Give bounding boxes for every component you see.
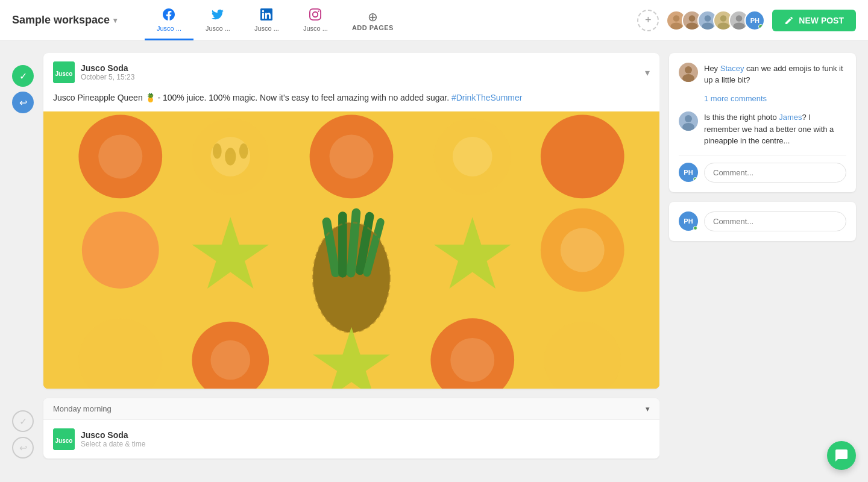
svg-point-26	[213, 143, 222, 159]
comment-bubble-2: Is this the right photo James? I remembe…	[704, 111, 846, 146]
svg-point-33	[82, 211, 159, 289]
new-post-button[interactable]: NEW POST	[772, 10, 856, 31]
svg-point-31	[453, 137, 492, 177]
tab-instagram-label: Jusco ...	[303, 25, 328, 32]
post-page-name-1: Jusco Soda	[81, 63, 134, 73]
svg-point-32	[541, 115, 624, 199]
more-comments-link[interactable]: 1 more comments	[679, 94, 846, 103]
svg-point-1	[671, 22, 682, 30]
comment-item-2: Is this the right photo James? I remembe…	[679, 111, 846, 146]
pending-button[interactable]: ✓	[12, 410, 34, 432]
post-actions-2: ✓ ↩	[12, 398, 39, 459]
post-card-1: Jusco Jusco Soda October 5, 15:23 ▾ Jusc…	[43, 53, 659, 389]
comments-card-1: Hey Stacey can we add emojis to funk it …	[669, 53, 856, 192]
post-meta-2: Jusco Soda Select a date & time	[81, 430, 145, 448]
svg-point-63	[682, 74, 694, 82]
post-status-label: Monday morning	[53, 404, 112, 413]
post-text-1: Jusco Pineapple Queen 🍍 - 100% juice. 10…	[43, 92, 659, 111]
add-pages-label: ADD PAGES	[352, 24, 394, 31]
add-member-button[interactable]: +	[637, 10, 659, 31]
svg-point-6	[720, 15, 727, 22]
post-menu-icon-1[interactable]: ▾	[645, 67, 650, 78]
tab-linkedin[interactable]: Jusco ...	[242, 0, 291, 40]
facebook-icon	[163, 8, 175, 23]
svg-point-50	[450, 338, 494, 382]
svg-text:Jusco: Jusco	[55, 70, 73, 77]
fruit-svg	[43, 111, 659, 389]
online-indicator	[758, 24, 763, 29]
svg-point-5	[702, 22, 714, 30]
post-meta-1: Jusco Soda October 5, 15:23	[81, 63, 134, 81]
workspace-selector[interactable]: Sample workspace ▾	[12, 14, 145, 27]
post-row-1: ✓ ↩ Jusco Jusco Soda October 5, 15:23	[12, 53, 659, 389]
twitter-icon	[212, 8, 224, 23]
comment-input-row-1: PH	[679, 155, 846, 183]
header: Sample workspace ▾ Jusco ... Jusco ... J…	[0, 0, 868, 41]
comments-column: Hey Stacey can we add emojis to funk it …	[669, 53, 856, 470]
comments-card-2: PH	[669, 202, 856, 241]
svg-point-29	[330, 134, 374, 178]
svg-point-62	[685, 66, 692, 74]
comment-input-1[interactable]	[704, 163, 846, 183]
tabs-area: Jusco ... Jusco ... Jusco ... Jusco ... …	[145, 0, 637, 40]
svg-point-8	[736, 15, 743, 22]
chat-icon	[834, 448, 849, 463]
svg-point-3	[687, 22, 698, 30]
post-card-2-header: Jusco Jusco Soda Select a date & time	[43, 420, 659, 459]
mention-stacey: Stacey	[720, 64, 744, 73]
comment-avatar-1	[679, 63, 698, 82]
post-header-left-2: Jusco Jusco Soda Select a date & time	[53, 428, 145, 450]
comment-avatar-online-dot	[693, 177, 697, 181]
mention-james: James	[779, 113, 802, 122]
svg-point-22	[98, 134, 142, 178]
svg-point-7	[718, 22, 729, 30]
svg-text:Jusco: Jusco	[55, 437, 73, 444]
svg-point-25	[225, 148, 236, 165]
tab-twitter-label: Jusco ...	[206, 25, 230, 32]
svg-point-9	[734, 22, 745, 30]
post-page-name-2: Jusco Soda	[81, 430, 145, 440]
avatar-stack: PH	[666, 10, 765, 31]
page-logo-2: Jusco	[53, 428, 75, 450]
svg-point-27	[239, 143, 248, 159]
linkedin-icon	[260, 8, 272, 23]
comment-text-2: Is this the right photo James? I remembe…	[704, 113, 834, 145]
tab-instagram[interactable]: Jusco ...	[291, 0, 340, 40]
post-header-left: Jusco Jusco Soda October 5, 15:23	[53, 61, 134, 83]
comment-bubble-1: Hey Stacey can we add emojis to funk it …	[704, 63, 846, 86]
page-logo-1: Jusco	[53, 61, 75, 83]
workspace-chevron-icon: ▾	[113, 16, 117, 25]
svg-point-4	[705, 15, 711, 22]
svg-point-64	[685, 115, 692, 122]
approve-button[interactable]: ✓	[12, 65, 34, 87]
tab-facebook[interactable]: Jusco ...	[145, 0, 193, 40]
comment-input-row-2: PH	[679, 211, 846, 231]
svg-rect-37	[338, 211, 347, 278]
comment-avatar-online-dot-2	[693, 226, 697, 230]
comment-input-2[interactable]	[704, 211, 846, 231]
chat-fab-button[interactable]	[827, 441, 856, 470]
post-status-bar: Monday morning ▾	[43, 398, 659, 420]
svg-point-47	[210, 340, 250, 380]
add-pages-icon: ⊕	[368, 10, 378, 24]
comment-avatar-2	[679, 111, 698, 131]
post-row-2: ✓ ↩ Monday morning ▾ Jusco Jusco Soda	[12, 398, 659, 459]
current-user-comment-avatar-2: PH	[679, 211, 698, 231]
add-pages-tab[interactable]: ⊕ ADD PAGES	[340, 0, 406, 40]
current-user-avatar[interactable]: PH	[744, 10, 765, 31]
fruit-background	[43, 111, 659, 389]
revert-button[interactable]: ↩	[12, 437, 34, 459]
post-actions-1: ✓ ↩	[12, 53, 39, 389]
main-content: ✓ ↩ Jusco Jusco Soda October 5, 15:23	[0, 41, 868, 482]
workspace-label: Sample workspace	[12, 14, 110, 27]
comment-item-1: Hey Stacey can we add emojis to funk it …	[679, 63, 846, 86]
svg-point-0	[673, 15, 680, 22]
post-card-2: Monday morning ▾ Jusco Jusco Soda Select…	[43, 398, 659, 459]
header-right: + PH	[637, 10, 856, 31]
post-image-1	[43, 111, 659, 389]
instagram-icon	[309, 8, 321, 23]
reply-button[interactable]: ↩	[12, 92, 34, 113]
tab-twitter[interactable]: Jusco ...	[193, 0, 242, 40]
post-status-menu[interactable]: ▾	[646, 404, 650, 413]
tab-linkedin-label: Jusco ...	[254, 25, 279, 32]
